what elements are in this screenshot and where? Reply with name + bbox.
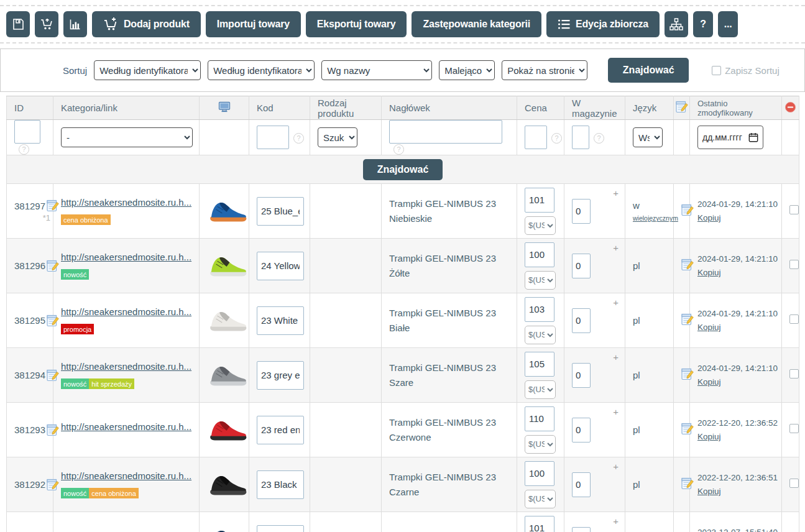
product-link[interactable]: http://sneakersnedmosite.ru.h... <box>61 197 191 208</box>
product-image[interactable] <box>209 254 247 278</box>
per-page-select[interactable]: Pokaż na stronie: <box>502 60 587 80</box>
filter-category-select[interactable]: - <box>61 127 193 147</box>
row-checkbox[interactable] <box>789 260 799 269</box>
kod-input[interactable] <box>257 416 304 444</box>
copy-link[interactable]: Kopiuj <box>697 268 721 277</box>
kod-input[interactable] <box>257 197 304 226</box>
cart-button[interactable] <box>35 11 58 37</box>
bulk-edit-button[interactable]: Edycja zbiorcza <box>546 11 660 37</box>
edit-icon[interactable] <box>681 368 694 380</box>
minus-circle-icon[interactable] <box>784 101 796 113</box>
price-input[interactable] <box>525 242 554 267</box>
copy-link[interactable]: Kopiuj <box>697 377 721 387</box>
product-image[interactable] <box>209 363 247 388</box>
product-link[interactable]: http://sneakersnedmosite.ru.h... <box>61 470 191 481</box>
stock-expand[interactable]: + <box>613 297 619 308</box>
add-product-button[interactable]: Dodaj produkt <box>92 11 201 37</box>
currency-select[interactable]: $(USD <box>525 490 556 508</box>
currency-select[interactable]: $(USD <box>525 271 556 290</box>
sort-select-3[interactable]: Wg nazwy <box>321 60 432 80</box>
filter-id-input[interactable] <box>14 120 40 144</box>
product-image[interactable] <box>209 527 247 532</box>
edit-icon[interactable] <box>681 259 694 271</box>
stock-expand[interactable]: + <box>613 188 619 198</box>
edit-icon[interactable] <box>47 424 59 436</box>
filter-kod-input[interactable] <box>257 126 289 149</box>
help-button[interactable]: ? <box>693 11 713 37</box>
save-button[interactable] <box>6 11 30 37</box>
edit-icon[interactable] <box>47 260 59 272</box>
stock-input[interactable] <box>572 308 591 333</box>
product-link[interactable]: http://sneakersnedmosite.ru.h... <box>61 306 191 317</box>
price-input[interactable] <box>525 297 554 322</box>
edit-icon[interactable] <box>681 423 694 435</box>
copy-link[interactable]: Kopiuj <box>697 213 721 222</box>
filter-stock-input[interactable] <box>572 126 589 149</box>
sort-direction-select[interactable]: Malejąco <box>439 60 495 80</box>
stock-input[interactable] <box>572 199 591 224</box>
import-products-button[interactable]: Importuj towary <box>206 11 301 37</box>
kod-input[interactable] <box>257 306 304 335</box>
copy-link[interactable]: Kopiuj <box>697 432 721 441</box>
price-input[interactable] <box>525 516 554 532</box>
stock-input[interactable] <box>572 363 591 388</box>
product-image[interactable] <box>209 199 247 224</box>
currency-select[interactable]: $(USD <box>525 326 556 344</box>
filter-naglowek-input[interactable] <box>389 120 502 144</box>
stats-button[interactable] <box>63 11 87 37</box>
kod-input[interactable] <box>257 361 304 390</box>
edit-icon[interactable] <box>47 479 59 491</box>
table-find-button[interactable]: Znajdować <box>363 159 443 180</box>
sort-find-button[interactable]: Znajdować <box>608 58 689 83</box>
stock-expand[interactable]: + <box>613 461 619 472</box>
row-checkbox[interactable] <box>789 205 799 214</box>
edit-icon[interactable] <box>681 313 694 326</box>
kod-input[interactable] <box>257 252 304 280</box>
stock-input[interactable] <box>572 418 591 443</box>
product-image[interactable] <box>209 308 247 333</box>
stock-expand[interactable]: + <box>613 406 619 417</box>
price-input[interactable] <box>525 406 554 431</box>
filter-search-select[interactable]: Szuka <box>318 127 357 147</box>
price-input[interactable] <box>525 188 554 213</box>
edit-icon[interactable] <box>681 204 694 216</box>
row-checkbox[interactable] <box>789 314 799 324</box>
product-image[interactable] <box>209 472 247 497</box>
price-input[interactable] <box>525 352 554 377</box>
price-input[interactable] <box>525 461 554 486</box>
sitemap-button[interactable] <box>665 11 688 37</box>
sort-select-2[interactable]: Według identyfikatora <box>208 60 315 80</box>
filter-date-input[interactable]: дд.мм.гггг <box>697 126 763 149</box>
kod-input[interactable] <box>257 470 304 499</box>
currency-select[interactable]: $(USD <box>525 216 556 235</box>
row-checkbox[interactable] <box>789 369 799 378</box>
edit-icon[interactable] <box>47 314 59 327</box>
more-button[interactable]: ... <box>718 11 738 37</box>
filter-lang-select[interactable]: Ws: <box>633 127 663 147</box>
product-link[interactable]: http://sneakersnedmosite.ru.h... <box>61 421 191 432</box>
product-link[interactable]: http://sneakersnedmosite.ru.h... <box>61 361 191 372</box>
product-link[interactable]: http://sneakersnedmosite.ru.h... <box>61 252 191 262</box>
replace-categories-button[interactable]: Zastępowanie kategorii <box>412 11 541 37</box>
export-products-button[interactable]: Eksportuj towary <box>306 11 407 37</box>
row-checkbox[interactable] <box>789 424 799 433</box>
stock-expand[interactable]: + <box>613 516 619 526</box>
edit-icon[interactable] <box>47 369 59 382</box>
stock-input[interactable] <box>572 254 591 278</box>
copy-link[interactable]: Kopiuj <box>697 487 721 496</box>
filter-price-input[interactable] <box>525 126 547 149</box>
kod-input[interactable] <box>257 525 304 532</box>
copy-link[interactable]: Kopiuj <box>697 323 721 332</box>
edit-icon[interactable] <box>47 200 59 212</box>
sort-select-1[interactable]: Według identyfikatora <box>94 60 201 80</box>
stock-input[interactable] <box>572 527 591 532</box>
multilang-link[interactable]: wielojęzycznym <box>633 214 673 222</box>
currency-select[interactable]: $(USD <box>525 435 556 454</box>
stock-input[interactable] <box>572 472 591 497</box>
row-checkbox[interactable] <box>789 479 799 488</box>
save-sort-checkbox[interactable] <box>712 66 721 75</box>
edit-icon[interactable] <box>681 477 694 490</box>
stock-expand[interactable]: + <box>613 242 619 253</box>
stock-expand[interactable]: + <box>613 352 619 362</box>
product-image[interactable] <box>209 418 247 443</box>
